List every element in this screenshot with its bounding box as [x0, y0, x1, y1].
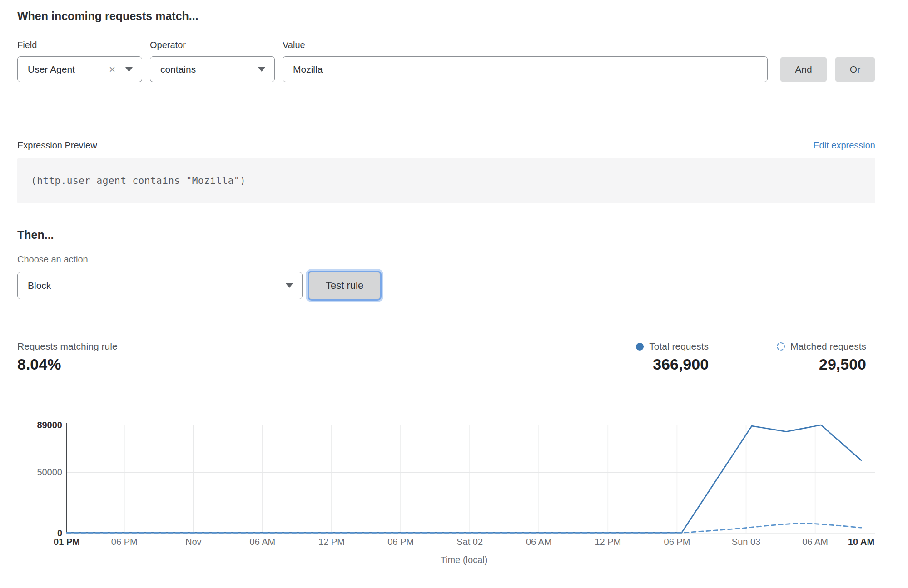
- field-select[interactable]: User Agent ×: [17, 56, 142, 82]
- close-icon[interactable]: ×: [109, 64, 115, 75]
- svg-text:01 PM: 01 PM: [54, 537, 80, 547]
- expression-header: Expression Preview Edit expression: [17, 140, 875, 151]
- svg-text:Sun 03: Sun 03: [732, 537, 760, 547]
- matching-stat-value: 8.04%: [17, 356, 118, 373]
- value-label: Value: [283, 40, 768, 50]
- matching-stat-label: Requests matching rule: [17, 341, 118, 352]
- svg-text:06 AM: 06 AM: [802, 537, 828, 547]
- value-input[interactable]: [283, 56, 768, 82]
- field-select-value: User Agent: [28, 64, 109, 75]
- edit-expression-link[interactable]: Edit expression: [813, 140, 875, 151]
- value-group: Value: [283, 40, 768, 82]
- total-requests-label: Total requests: [649, 341, 709, 352]
- svg-text:89000: 89000: [37, 420, 62, 430]
- svg-text:06 PM: 06 PM: [111, 537, 138, 547]
- action-row: Block Test rule: [17, 272, 875, 299]
- chevron-down-icon: [125, 67, 133, 72]
- svg-text:50000: 50000: [37, 467, 62, 477]
- operator-select[interactable]: contains: [150, 56, 275, 82]
- svg-text:06 PM: 06 PM: [387, 537, 414, 547]
- svg-text:06 AM: 06 AM: [526, 537, 552, 547]
- or-button[interactable]: Or: [835, 57, 875, 82]
- svg-text:12 PM: 12 PM: [318, 537, 345, 547]
- operator-label: Operator: [150, 40, 275, 50]
- field-group: Field User Agent ×: [17, 40, 142, 82]
- match-heading: When incoming requests match...: [17, 8, 875, 24]
- svg-text:Nov: Nov: [185, 537, 202, 547]
- action-select-value: Block: [28, 280, 276, 291]
- svg-text:06 PM: 06 PM: [664, 537, 690, 547]
- requests-chart: 8900050000001 PM06 PMNov06 AM12 PM06 PMS…: [0, 412, 908, 569]
- expression-preview-label: Expression Preview: [17, 140, 97, 151]
- chevron-down-icon: [286, 283, 293, 288]
- test-rule-button[interactable]: Test rule: [309, 272, 380, 299]
- x-axis-title: Time (local): [441, 555, 488, 565]
- solid-dot-icon: [636, 343, 644, 351]
- svg-text:Sat 02: Sat 02: [456, 537, 483, 547]
- choose-action-label: Choose an action: [17, 254, 875, 265]
- stats-row: Requests matching rule 8.04% Total reque…: [17, 341, 875, 373]
- firewall-rule-builder: When incoming requests match... Field Us…: [0, 8, 908, 373]
- then-heading: Then...: [17, 227, 875, 242]
- svg-text:12 PM: 12 PM: [595, 537, 621, 547]
- operator-group: Operator contains: [150, 40, 275, 82]
- matching-stat: Requests matching rule 8.04%: [17, 341, 118, 373]
- condition-row: Field User Agent × Operator contains Val…: [17, 40, 875, 82]
- action-select[interactable]: Block: [17, 272, 303, 299]
- matched-requests-legend: Matched requests 29,500: [777, 341, 866, 373]
- total-requests-value: 366,900: [636, 356, 709, 373]
- and-button[interactable]: And: [780, 57, 827, 82]
- svg-text:10 AM: 10 AM: [848, 537, 874, 547]
- field-label: Field: [17, 40, 142, 50]
- chart-legend: Total requests 366,900 Matched requests …: [636, 341, 875, 373]
- expression-preview-box: (http.user_agent contains "Mozilla"): [17, 158, 875, 203]
- expression-code: (http.user_agent contains "Mozilla"): [17, 175, 246, 186]
- dashed-circle-icon: [777, 342, 785, 351]
- chevron-down-icon: [258, 67, 265, 72]
- total-requests-legend: Total requests 366,900: [636, 341, 709, 373]
- matched-requests-label: Matched requests: [790, 341, 866, 352]
- matched-requests-value: 29,500: [777, 356, 866, 373]
- operator-select-value: contains: [160, 64, 248, 75]
- svg-text:06 AM: 06 AM: [250, 537, 276, 547]
